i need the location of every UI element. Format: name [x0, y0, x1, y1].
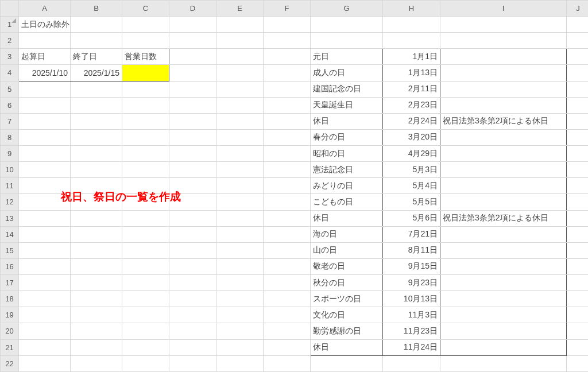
cell-B3[interactable]: 終了日 [71, 49, 122, 65]
cell-J2[interactable] [567, 33, 589, 49]
cell-C22[interactable] [122, 355, 169, 371]
cell-D15[interactable] [169, 242, 216, 258]
cell-H20[interactable]: 11月23日 [383, 323, 440, 339]
cell-G6[interactable]: 天皇誕生日 [311, 97, 383, 113]
cell-E15[interactable] [216, 242, 264, 258]
row-header-4[interactable]: 4 [1, 65, 19, 81]
cell-D14[interactable] [169, 226, 216, 242]
cell-C4[interactable] [122, 65, 169, 81]
cell-F11[interactable] [264, 178, 311, 194]
cell-C11[interactable] [122, 178, 169, 194]
cell-H16[interactable]: 9月15日 [383, 258, 440, 274]
cell-G12[interactable]: こどもの日 [311, 194, 383, 210]
cell-I4[interactable] [440, 65, 567, 81]
cell-G4[interactable]: 成人の日 [311, 65, 383, 81]
cell-D13[interactable] [169, 210, 216, 226]
cell-G14[interactable]: 海の日 [311, 226, 383, 242]
col-header-F[interactable]: F [264, 1, 311, 17]
cell-I11[interactable] [440, 178, 567, 194]
row-header-19[interactable]: 19 [1, 307, 19, 323]
cell-B13[interactable] [71, 210, 122, 226]
row-header-3[interactable]: 3 [1, 49, 19, 65]
cell-E4[interactable] [216, 65, 264, 81]
cell-G15[interactable]: 山の日 [311, 242, 383, 258]
cell-I15[interactable] [440, 242, 567, 258]
cell-D20[interactable] [169, 323, 216, 339]
col-header-A[interactable]: A [19, 1, 71, 17]
cell-H21[interactable]: 11月24日 [383, 339, 440, 355]
cell-A5[interactable] [19, 81, 71, 97]
cell-G7[interactable]: 休日 [311, 113, 383, 129]
cell-E17[interactable] [216, 275, 264, 291]
cell-A1[interactable]: 土日のみ除外 [19, 17, 71, 33]
cell-F2[interactable] [264, 33, 311, 49]
cell-I14[interactable] [440, 226, 567, 242]
cell-E16[interactable] [216, 258, 264, 274]
cell-J14[interactable] [567, 226, 589, 242]
cell-J21[interactable] [567, 339, 589, 355]
cell-B4[interactable]: 2025/1/15 [71, 65, 122, 81]
cell-J17[interactable] [567, 275, 589, 291]
cell-G11[interactable]: みどりの日 [311, 178, 383, 194]
cell-H6[interactable]: 2月23日 [383, 97, 440, 113]
cell-B17[interactable] [71, 275, 122, 291]
cell-B9[interactable] [71, 146, 122, 162]
cell-D5[interactable] [169, 81, 216, 97]
cell-A19[interactable] [19, 307, 71, 323]
cell-J12[interactable] [567, 194, 589, 210]
cell-C13[interactable] [122, 210, 169, 226]
cell-A14[interactable] [19, 226, 71, 242]
cell-C9[interactable] [122, 146, 169, 162]
cell-A10[interactable] [19, 162, 71, 178]
cell-J20[interactable] [567, 323, 589, 339]
cell-G3[interactable]: 元日 [311, 49, 383, 65]
cell-A7[interactable] [19, 113, 71, 129]
cell-E10[interactable] [216, 162, 264, 178]
cell-D21[interactable] [169, 339, 216, 355]
cell-I21[interactable] [440, 339, 567, 355]
cell-C6[interactable] [122, 97, 169, 113]
row-header-22[interactable]: 22 [1, 355, 19, 371]
cell-E21[interactable] [216, 339, 264, 355]
cell-J22[interactable] [567, 355, 589, 371]
cell-B6[interactable] [71, 97, 122, 113]
cell-B15[interactable] [71, 242, 122, 258]
col-header-G[interactable]: G [311, 1, 383, 17]
cell-J19[interactable] [567, 307, 589, 323]
cell-B22[interactable] [71, 355, 122, 371]
cell-B21[interactable] [71, 339, 122, 355]
row-header-6[interactable]: 6 [1, 97, 19, 113]
cell-E3[interactable] [216, 49, 264, 65]
cell-A9[interactable] [19, 146, 71, 162]
cell-F10[interactable] [264, 162, 311, 178]
col-header-H[interactable]: H [383, 1, 440, 17]
cell-J3[interactable] [567, 49, 589, 65]
cell-D12[interactable] [169, 194, 216, 210]
cell-C17[interactable] [122, 275, 169, 291]
cell-H18[interactable]: 10月13日 [383, 291, 440, 307]
cell-E13[interactable] [216, 210, 264, 226]
cell-H12[interactable]: 5月5日 [383, 194, 440, 210]
cell-G2[interactable] [311, 33, 383, 49]
cell-J15[interactable] [567, 242, 589, 258]
cell-G19[interactable]: 文化の日 [311, 307, 383, 323]
cell-G20[interactable]: 勤労感謝の日 [311, 323, 383, 339]
cell-G8[interactable]: 春分の日 [311, 129, 383, 145]
cell-H8[interactable]: 3月20日 [383, 129, 440, 145]
cell-C3[interactable]: 営業日数 [122, 49, 169, 65]
cell-G21[interactable]: 休日 [311, 339, 383, 355]
cell-A22[interactable] [19, 355, 71, 371]
cell-E1[interactable] [216, 17, 264, 33]
cell-I19[interactable] [440, 307, 567, 323]
cell-I7[interactable]: 祝日法第3条第2項による休日 [440, 113, 567, 129]
cell-E14[interactable] [216, 226, 264, 242]
cell-I17[interactable] [440, 275, 567, 291]
cell-I3[interactable] [440, 49, 567, 65]
cell-B8[interactable] [71, 129, 122, 145]
cell-E12[interactable] [216, 194, 264, 210]
cell-F22[interactable] [264, 355, 311, 371]
cell-J7[interactable] [567, 113, 589, 129]
cell-F9[interactable] [264, 146, 311, 162]
col-header-D[interactable]: D [169, 1, 216, 17]
cell-J6[interactable] [567, 97, 589, 113]
